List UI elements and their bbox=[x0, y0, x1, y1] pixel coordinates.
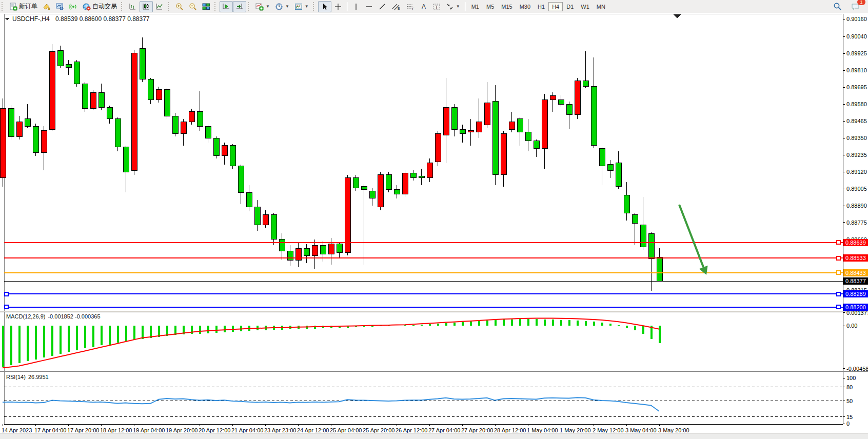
svg-text:0.90040: 0.90040 bbox=[846, 33, 867, 39]
paint-bucket-icon bbox=[43, 3, 51, 11]
svg-text:100: 100 bbox=[846, 375, 856, 381]
horizontal-line-icon bbox=[365, 3, 373, 11]
price-label: 0.88433 bbox=[845, 270, 866, 276]
chart-shift-button[interactable] bbox=[233, 1, 246, 12]
zoom-in-icon bbox=[175, 3, 184, 11]
timeframe-M15[interactable]: M15 bbox=[498, 2, 516, 11]
fibonacci-button[interactable]: F bbox=[403, 1, 418, 12]
level-handle-right[interactable] bbox=[837, 271, 840, 274]
new-order-icon bbox=[9, 3, 17, 11]
arrows-button[interactable]: ▼ bbox=[443, 1, 463, 12]
vertical-line-icon bbox=[352, 3, 360, 11]
bar-chart-icon bbox=[129, 3, 137, 11]
market-watch-button[interactable] bbox=[53, 1, 67, 12]
svg-text:0.89925: 0.89925 bbox=[846, 50, 867, 56]
level-handle-left[interactable] bbox=[5, 292, 8, 296]
tile-windows-button[interactable] bbox=[200, 1, 213, 12]
level-handle-right[interactable] bbox=[837, 305, 840, 309]
mt4-window: 新订单 自动交易 bbox=[0, 0, 868, 439]
svg-text:15: 15 bbox=[846, 414, 853, 420]
svg-text:E: E bbox=[398, 7, 400, 10]
level-handle-right[interactable] bbox=[837, 241, 840, 244]
candlestick-chart-button[interactable] bbox=[140, 1, 153, 12]
svg-text:T: T bbox=[435, 4, 438, 9]
auto-scroll-icon bbox=[222, 3, 230, 11]
chart-title-row: USDCHF-,H4 0.88539 0.88600 0.88377 0.883… bbox=[5, 15, 150, 23]
search-icon bbox=[833, 2, 842, 11]
toolbar-grip[interactable] bbox=[2, 2, 5, 11]
fibonacci-icon: F bbox=[406, 3, 415, 11]
timeframe-D1[interactable]: D1 bbox=[563, 2, 577, 11]
styler-button[interactable] bbox=[40, 1, 53, 12]
chart-background bbox=[0, 13, 868, 433]
timeframe-toolbar: M1M5M15M30H1H4D1W1MN bbox=[468, 1, 609, 13]
timeframe-M5[interactable]: M5 bbox=[483, 2, 498, 11]
notifications-button[interactable]: 1 bbox=[849, 1, 863, 12]
auto-trading-icon bbox=[83, 3, 91, 11]
svg-text:0.89350: 0.89350 bbox=[846, 135, 867, 141]
cursor-button[interactable] bbox=[318, 1, 331, 12]
indicators-icon bbox=[255, 3, 264, 11]
chart-area[interactable]: 0.901600.900400.899250.898100.896950.895… bbox=[0, 13, 868, 433]
svg-text:0.00: 0.00 bbox=[846, 323, 857, 329]
candlestick-chart-icon bbox=[142, 3, 150, 11]
svg-text:-0.004588: -0.004588 bbox=[846, 366, 868, 372]
signals-button[interactable] bbox=[67, 1, 80, 12]
template-icon bbox=[294, 3, 303, 11]
new-order-label: 新订单 bbox=[19, 2, 37, 11]
new-order-button[interactable]: 新订单 bbox=[7, 1, 40, 12]
chart-symbol-title: USDCHF-,H4 bbox=[12, 15, 50, 23]
indicators-caret: ▼ bbox=[266, 4, 270, 9]
timeframe-MN[interactable]: MN bbox=[593, 2, 609, 11]
horizontal-line-button[interactable] bbox=[362, 1, 376, 12]
timeframe-H4[interactable]: H4 bbox=[548, 2, 563, 11]
auto-trading-button[interactable]: 自动交易 bbox=[80, 1, 120, 12]
indicators-button[interactable]: ▼ bbox=[253, 1, 272, 12]
zoom-out-button[interactable] bbox=[186, 1, 200, 12]
text-label-icon: T bbox=[432, 3, 441, 11]
timeframe-M1[interactable]: M1 bbox=[468, 2, 483, 11]
search-button[interactable] bbox=[831, 1, 844, 12]
trendline-icon bbox=[378, 3, 386, 11]
line-chart-button[interactable] bbox=[153, 1, 166, 12]
svg-text:0.90160: 0.90160 bbox=[846, 16, 867, 22]
status-bar bbox=[0, 433, 868, 439]
vertical-line-button[interactable] bbox=[350, 1, 362, 12]
svg-text:0.89005: 0.89005 bbox=[846, 186, 867, 192]
crosshair-button[interactable] bbox=[331, 1, 345, 12]
equidistant-channel-icon: E bbox=[391, 3, 401, 11]
text-label-button[interactable]: T bbox=[430, 1, 443, 12]
svg-text:0.89235: 0.89235 bbox=[846, 152, 867, 158]
periods-caret: ▼ bbox=[285, 4, 289, 9]
svg-text:0.89120: 0.89120 bbox=[846, 169, 867, 175]
terminal-icon bbox=[56, 3, 64, 11]
svg-text:0: 0 bbox=[846, 421, 850, 427]
bar-chart-button[interactable] bbox=[126, 1, 140, 12]
chart-shift-icon bbox=[235, 3, 244, 11]
notification-badge: 1 bbox=[857, 0, 865, 5]
level-handle-right[interactable] bbox=[837, 292, 840, 296]
auto-scroll-button[interactable] bbox=[220, 1, 233, 12]
zoom-in-button[interactable] bbox=[173, 1, 186, 12]
price-label: 0.88377 bbox=[845, 278, 866, 284]
svg-text:F: F bbox=[412, 7, 414, 10]
shapes-arrows-icon bbox=[446, 3, 454, 11]
templates-button[interactable]: ▼ bbox=[292, 1, 311, 12]
timeframe-H1[interactable]: H1 bbox=[534, 2, 548, 11]
timeframe-W1[interactable]: W1 bbox=[577, 2, 593, 11]
main-toolbar: 新订单 自动交易 bbox=[0, 0, 868, 13]
svg-text:50: 50 bbox=[846, 398, 853, 404]
trendline-button[interactable] bbox=[376, 1, 389, 12]
channel-button[interactable]: E bbox=[389, 1, 403, 12]
periods-button[interactable]: ▼ bbox=[272, 1, 292, 12]
svg-text:0.89580: 0.89580 bbox=[846, 101, 867, 107]
arrows-caret: ▼ bbox=[456, 4, 460, 9]
timeframe-M30[interactable]: M30 bbox=[516, 2, 534, 11]
macd-label: MACD(12,26,9)-0.001852 -0.000365 bbox=[6, 313, 101, 320]
svg-text:0.001377: 0.001377 bbox=[846, 310, 868, 316]
text-button[interactable]: A bbox=[418, 1, 430, 12]
sonar-icon bbox=[69, 3, 77, 11]
svg-text:0.88775: 0.88775 bbox=[846, 220, 867, 226]
level-handle-right[interactable] bbox=[837, 256, 840, 260]
level-handle-left[interactable] bbox=[5, 305, 8, 309]
